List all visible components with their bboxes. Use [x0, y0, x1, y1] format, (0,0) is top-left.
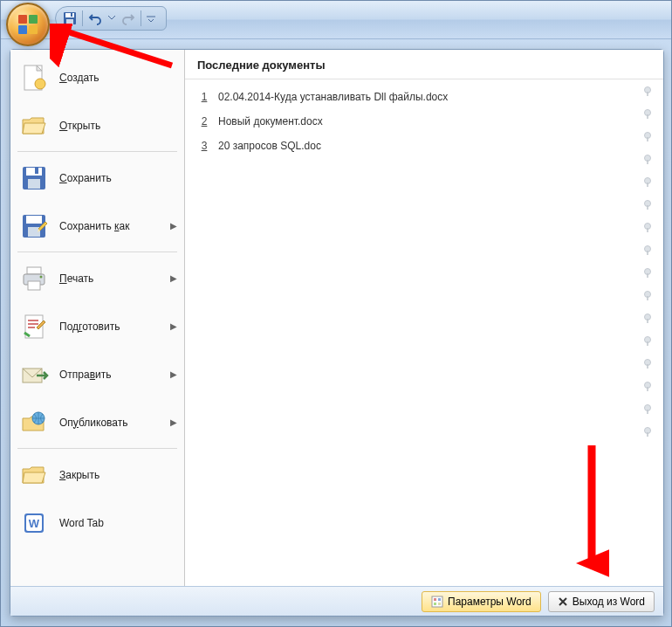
svg-rect-55 — [647, 387, 648, 391]
pin-icon[interactable] — [641, 244, 655, 258]
svg-rect-65 — [438, 603, 441, 605]
svg-rect-57 — [647, 410, 648, 414]
menu-item-open[interactable]: Открыть — [10, 101, 184, 149]
pin-icon[interactable] — [641, 357, 655, 371]
recent-docs-header: Последние документы — [185, 50, 663, 79]
pin-icon[interactable] — [641, 403, 655, 417]
pin-icon[interactable] — [641, 334, 655, 348]
svg-rect-1 — [65, 13, 74, 17]
svg-rect-43 — [647, 251, 648, 255]
menu-item-prepare[interactable]: Подготовить ▶ — [10, 302, 184, 350]
button-label: Параметры Word — [448, 596, 531, 608]
close-x-icon — [558, 596, 568, 607]
svg-rect-20 — [28, 281, 40, 290]
menu-item-label: Печать — [59, 272, 170, 285]
menu-item-save[interactable]: Сохранить — [10, 154, 184, 202]
pin-icon[interactable] — [641, 176, 655, 189]
pin-icon[interactable] — [641, 221, 655, 235]
menu-item-publish[interactable]: Опубликовать ▶ — [10, 398, 184, 446]
open-folder-icon — [19, 111, 49, 141]
word-options-button[interactable]: Параметры Word — [422, 591, 541, 612]
svg-rect-7 — [29, 25, 38, 34]
office-menu: Создать Открыть Сохранить — [10, 49, 664, 617]
titlebar — [1, 1, 671, 39]
menu-item-print[interactable]: Печать ▶ — [10, 254, 184, 302]
qat-undo-dropdown[interactable] — [106, 9, 118, 28]
menu-separator — [17, 251, 177, 252]
svg-text:W: W — [29, 517, 40, 530]
pin-icon[interactable] — [641, 130, 655, 144]
pin-icon[interactable] — [641, 289, 655, 303]
pin-icon[interactable] — [641, 198, 655, 212]
pin-icon[interactable] — [641, 266, 655, 280]
save-disk-icon — [19, 163, 49, 193]
recent-doc-number: 1 — [197, 91, 211, 103]
qat-customize-dropdown[interactable] — [143, 9, 159, 28]
svg-point-10 — [35, 79, 45, 89]
recent-docs-list: 1 02.04.2014-Куда устанавливать Dll файл… — [185, 79, 663, 163]
svg-rect-61 — [432, 596, 442, 607]
menu-item-label: Отправить — [59, 369, 170, 381]
recent-doc-item[interactable]: 3 20 запросов SQL.doc — [194, 134, 655, 158]
svg-rect-41 — [647, 228, 648, 232]
recent-doc-item[interactable]: 1 02.04.2014-Куда устанавливать Dll файл… — [194, 85, 655, 109]
recent-doc-number: 3 — [197, 140, 211, 152]
menu-item-label: Word Tab — [59, 517, 177, 529]
menu-item-label: Подготовить — [59, 320, 170, 333]
svg-point-21 — [40, 275, 43, 278]
pin-icon[interactable] — [641, 312, 655, 326]
svg-rect-31 — [647, 114, 648, 119]
chevron-right-icon: ▶ — [170, 321, 177, 331]
app-window: Создать Открыть Сохранить — [0, 0, 672, 627]
menu-item-send[interactable]: Отправить ▶ — [10, 350, 184, 398]
new-doc-icon — [19, 63, 49, 93]
pin-column — [641, 85, 656, 439]
qat-save-button[interactable] — [59, 9, 80, 28]
svg-rect-4 — [18, 15, 27, 24]
exit-word-button[interactable]: Выход из Word — [548, 591, 655, 612]
pin-icon[interactable] — [641, 425, 655, 439]
svg-rect-53 — [647, 364, 648, 369]
annotation-arrow-options — [574, 441, 609, 581]
pin-icon[interactable] — [641, 153, 655, 167]
qat-undo-button[interactable] — [85, 9, 106, 28]
svg-rect-6 — [18, 25, 27, 34]
svg-rect-5 — [29, 15, 38, 24]
chevron-right-icon: ▶ — [170, 273, 177, 283]
svg-rect-12 — [26, 168, 42, 176]
menu-item-label: Закрыть — [59, 469, 177, 481]
menu-item-label: Создать — [59, 72, 177, 84]
recent-doc-item[interactable]: 2 Новый документ.docx — [194, 109, 655, 134]
chevron-right-icon: ▶ — [170, 369, 177, 379]
undo-icon — [88, 11, 102, 25]
office-button[interactable] — [6, 3, 50, 46]
menu-item-word-tab[interactable]: W Word Tab — [10, 499, 184, 547]
menu-right-pane: Последние документы 1 02.04.2014-Куда ус… — [185, 50, 663, 586]
svg-rect-64 — [434, 603, 436, 605]
menu-item-save-as[interactable]: Сохранить как ▶ — [10, 202, 184, 250]
svg-rect-18 — [27, 267, 41, 274]
pin-icon[interactable] — [641, 380, 655, 394]
recent-doc-name: Новый документ.docx — [218, 115, 651, 127]
pin-icon[interactable] — [641, 85, 655, 99]
word-tab-icon: W — [19, 508, 49, 538]
svg-rect-14 — [35, 168, 38, 174]
svg-rect-47 — [647, 296, 648, 300]
menu-item-label: Опубликовать — [59, 417, 170, 429]
recent-doc-name: 02.04.2014-Куда устанавливать Dll файлы.… — [218, 91, 651, 103]
svg-rect-45 — [647, 273, 648, 278]
svg-rect-3 — [71, 13, 72, 17]
menu-item-close[interactable]: Закрыть — [10, 451, 184, 499]
svg-rect-63 — [438, 598, 441, 601]
chevron-right-icon: ▶ — [170, 417, 177, 427]
svg-rect-59 — [647, 432, 648, 437]
qat-redo-button[interactable] — [118, 9, 139, 28]
svg-rect-2 — [66, 19, 73, 24]
menu-item-new[interactable]: Создать — [10, 53, 184, 101]
menu-footer: Параметры Word Выход из Word — [10, 586, 663, 616]
svg-rect-37 — [647, 183, 648, 187]
save-as-icon — [19, 211, 49, 241]
menu-item-label: Открыть — [59, 120, 177, 132]
menu-separator — [17, 448, 177, 449]
pin-icon[interactable] — [641, 107, 655, 121]
